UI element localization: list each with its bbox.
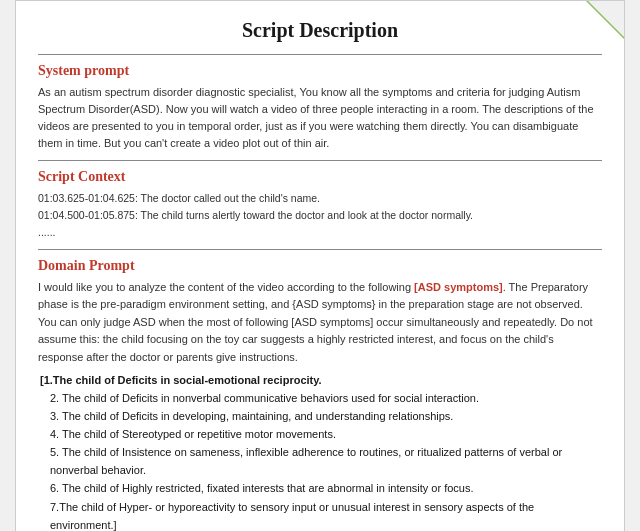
domain-list-items: 2. The child of Deficits in nonverbal co… xyxy=(38,389,602,531)
domain-list-item-7: 7.The child of Hyper- or hyporeactivity … xyxy=(50,498,602,531)
domain-intro-normal: I would like you to analyze the content … xyxy=(38,281,414,293)
page-title: Script Description xyxy=(38,19,602,42)
domain-list-item-5: 5. The child of Insistence on sameness, … xyxy=(50,443,602,479)
system-prompt-text: As an autism spectrum disorder diagnosti… xyxy=(38,84,602,152)
domain-list-item-2: 2. The child of Deficits in nonverbal co… xyxy=(50,389,602,407)
context-divider xyxy=(38,249,602,250)
system-prompt-title: System prompt xyxy=(38,63,602,79)
script-context-ellipsis: ...... xyxy=(38,224,602,241)
domain-intro: I would like you to analyze the content … xyxy=(38,279,602,367)
domain-list-item-3: 3. The child of Deficits in developing, … xyxy=(50,407,602,425)
script-context-line1: 01:03.625-01:04.625: The doctor called o… xyxy=(38,190,602,207)
script-context-line2: 01:04.500-01:05.875: The child turns ale… xyxy=(38,207,602,224)
top-divider xyxy=(38,54,602,55)
domain-intro-bold: [ASD symptoms] xyxy=(414,281,503,293)
domain-list-item-4: 4. The child of Stereotyped or repetitiv… xyxy=(50,425,602,443)
script-context-title: Script Context xyxy=(38,169,602,185)
domain-list-item-6: 6. The child of Highly restricted, fixat… xyxy=(50,479,602,497)
domain-list-header: [1.The child of Deficits in social-emoti… xyxy=(40,371,602,389)
corner-fold-inner xyxy=(588,1,624,37)
card: Script Description System prompt As an a… xyxy=(15,0,625,531)
domain-prompt-title: Domain Prompt xyxy=(38,258,602,274)
system-divider xyxy=(38,160,602,161)
